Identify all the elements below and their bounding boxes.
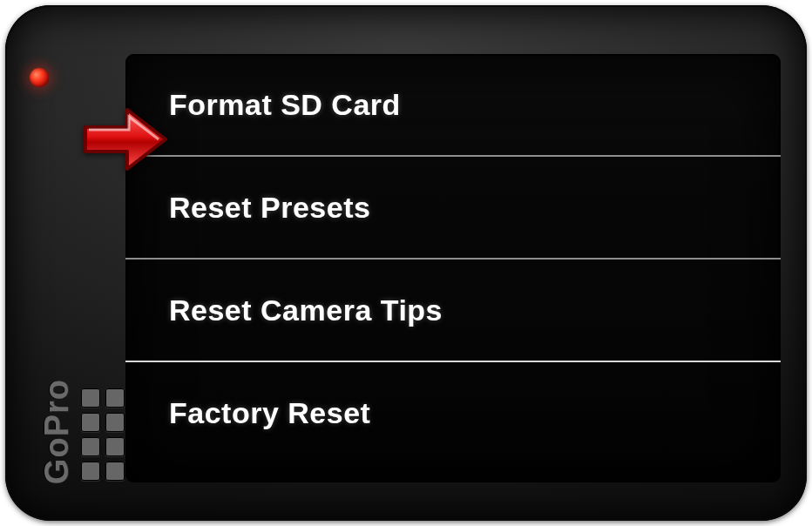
lcd-screen: Format SD Card Reset Presets Reset Camer…: [125, 54, 781, 482]
brand-logo-text: GoPro: [38, 379, 76, 484]
recording-led-icon: [30, 68, 49, 87]
menu-item-reset-camera-tips[interactable]: Reset Camera Tips: [125, 258, 781, 361]
menu-item-format-sd-card[interactable]: Format SD Card: [125, 54, 781, 155]
menu-item-label: Reset Camera Tips: [169, 293, 443, 327]
menu-item-label: Format SD Card: [169, 88, 401, 122]
menu-item-label: Reset Presets: [169, 191, 370, 225]
brand-logo-squares-icon: [81, 388, 125, 484]
camera-body: GoPro Format SD Card Reset Presets Reset…: [5, 5, 807, 521]
menu-item-reset-presets[interactable]: Reset Presets: [125, 155, 781, 258]
reset-menu: Format SD Card Reset Presets Reset Camer…: [125, 54, 781, 463]
brand-logo: GoPro: [38, 379, 125, 484]
menu-item-factory-reset[interactable]: Factory Reset: [125, 361, 781, 463]
menu-item-label: Factory Reset: [169, 396, 370, 430]
